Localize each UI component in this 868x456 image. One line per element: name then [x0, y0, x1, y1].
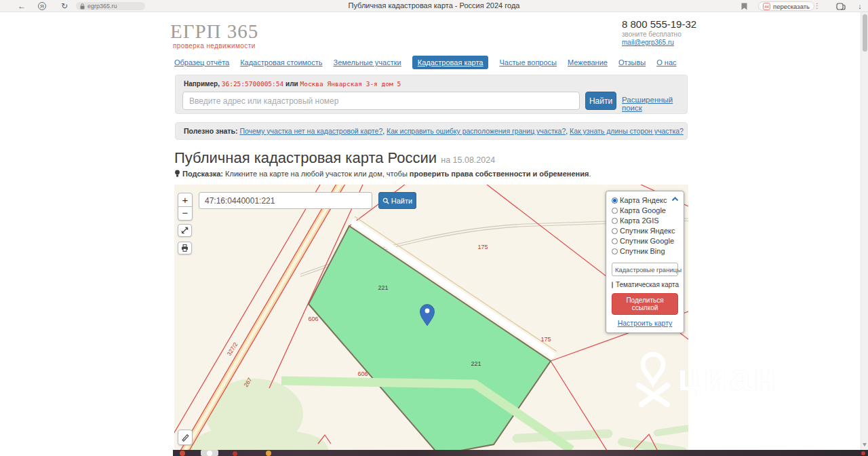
configure-map-link[interactable]: Настроить карту — [612, 319, 678, 327]
taskbar-active-app[interactable] — [201, 450, 218, 456]
search-icon — [382, 197, 389, 204]
boundaries-select-value: Кадастровые границы — [615, 266, 682, 273]
radio-icon — [612, 248, 618, 254]
fullscreen-button[interactable] — [178, 224, 192, 237]
main-navigation: Образец отчёта Кадастровая стоимость Зем… — [174, 56, 690, 69]
collapse-panel-icon[interactable] — [671, 197, 679, 202]
taskbar-strip[interactable] — [173, 450, 868, 456]
nav-item-faq[interactable]: Частые вопросы — [499, 58, 557, 66]
map-find-button[interactable]: Найти — [378, 192, 416, 209]
layer-option-google-satellite[interactable]: Спутник Google — [612, 237, 678, 245]
url-text: egrp365.ru — [87, 2, 117, 10]
lock-icon — [80, 3, 85, 10]
tip-link-side-lengths[interactable]: Как узнать длины сторон участка? — [570, 127, 684, 135]
nav-item-surveying[interactable]: Межевание — [568, 58, 608, 66]
summarize-label: пересказать — [773, 3, 810, 10]
thematic-map-checkbox[interactable]: Тематическая карта — [612, 281, 678, 288]
layer-option-yandex-satellite[interactable]: Спутник Яндекс — [612, 227, 678, 235]
zoom-in-button[interactable]: + — [178, 193, 193, 207]
bulb-icon — [174, 170, 180, 178]
find-button[interactable]: Найти — [585, 92, 616, 110]
map-search-input[interactable] — [199, 192, 372, 209]
radio-icon — [612, 218, 618, 224]
taskbar-icon[interactable] — [180, 451, 185, 456]
yandex-browser-icon[interactable]: Я — [38, 2, 46, 10]
tips-separator: , — [382, 127, 384, 135]
expand-icon — [180, 226, 189, 235]
page-scrollbar[interactable] — [861, 12, 868, 450]
nav-item-cadastral-map-active[interactable]: Кадастровая карта — [412, 56, 489, 69]
cian-watermark-text: циан — [677, 350, 779, 404]
radio-icon — [612, 238, 618, 244]
page-title-date: на 15.08.2024 — [441, 155, 495, 165]
hint-bold-text: проверить права собственности и обремене… — [410, 170, 589, 178]
cadastral-map[interactable]: 221 221 606 606 175 175 327/2 267 + − — [174, 185, 688, 450]
tip-link-fix-boundary[interactable]: Как исправить ошибку расположения границ… — [387, 127, 566, 135]
example-prefix: Например, — [184, 80, 220, 88]
radio-icon — [612, 208, 618, 214]
parcel-number-label: 221 — [471, 360, 481, 367]
page-title: Публичная кадастровая карта России на 15… — [174, 149, 495, 167]
bookmark-icon[interactable] — [741, 3, 747, 10]
hint-label: Подсказка: — [182, 170, 223, 178]
nav-item-cadastral-value[interactable]: Кадастровая стоимость — [240, 58, 322, 66]
radio-icon — [612, 228, 618, 234]
browser-toolbar: ← Я ↻ egrp365.ru Публичная кадастровая к… — [0, 0, 868, 12]
nav-item-about[interactable]: О нас — [656, 58, 676, 66]
example-cadastral-number: 36:25:5700005:54 — [222, 80, 284, 88]
example-or: или — [285, 80, 298, 88]
nav-item-reviews[interactable]: Отзывы — [618, 58, 646, 66]
zoom-out-button[interactable]: − — [178, 206, 193, 221]
print-button[interactable] — [178, 242, 192, 254]
hint-line: Подсказка: Кликните на карте на любой уч… — [174, 170, 591, 178]
boundary-number-label: 606 — [308, 316, 318, 322]
site-logo-subtitle: проверка недвижимости — [173, 42, 256, 50]
example-address: Москва Январская 3-я дом 5 — [300, 80, 401, 88]
tips-prefix: Полезно знать: — [184, 127, 237, 135]
scrollbar-thumb[interactable] — [863, 14, 867, 52]
refresh-icon[interactable]: ↻ — [60, 0, 69, 12]
boundary-number-label: 606 — [357, 370, 368, 377]
boundary-number-label: 175 — [477, 244, 488, 250]
radio-checked-icon — [612, 197, 618, 204]
share-link-button[interactable]: Поделиться ссылкой — [612, 293, 678, 315]
map-find-label: Найти — [391, 197, 412, 205]
search-section: Например, 36:25:5700005:54 или Москва Ян… — [175, 75, 688, 114]
parcel-number-label: 221 — [378, 284, 388, 291]
tips-separator: , — [566, 127, 568, 135]
tip-link-not-on-map[interactable]: Почему участка нет на кадастровой карте? — [239, 127, 382, 135]
boundary-number-label: 175 — [540, 336, 551, 343]
layer-option-2gis-map[interactable]: Карта 2GIS — [612, 216, 678, 225]
back-icon[interactable]: ← — [16, 0, 27, 12]
nav-item-land-parcels[interactable]: Земельные участки — [333, 58, 401, 66]
ruler-icon — [180, 432, 190, 442]
summarize-badge-icon: 44 — [763, 3, 770, 10]
map-layers-panel: Карта Яндекс Карта Google Карта 2GIS Спу… — [606, 191, 684, 333]
layer-option-google-map[interactable]: Карта Google — [612, 206, 678, 214]
phone-number: 8 800 555-19-32 — [622, 18, 696, 30]
tabs-panel-icon[interactable] — [836, 2, 846, 11]
search-input[interactable] — [182, 92, 580, 110]
site-logo[interactable]: ЕГРП 365 — [170, 20, 258, 43]
summarize-button[interactable]: 44 пересказать — [758, 1, 814, 11]
page-title-text: Публичная кадастровая карта России — [174, 149, 437, 166]
layer-option-bing-satellite[interactable]: Спутник Bing — [612, 247, 678, 255]
taskbar-icon[interactable] — [233, 451, 237, 456]
scrollbar-down-arrow[interactable] — [863, 443, 867, 446]
hint-text: Кликните на карте на любой участок или д… — [225, 170, 408, 178]
email-link[interactable]: mail@egrp365.ru — [622, 39, 674, 46]
measure-button[interactable] — [178, 430, 193, 445]
advanced-search-link[interactable]: Расширенный поиск — [622, 96, 687, 112]
useful-links-bar: Полезно знать: Почему участка нет на кад… — [175, 122, 688, 140]
boundaries-select[interactable]: Кадастровые границы — [612, 263, 678, 276]
taskbar-icon[interactable] — [861, 451, 865, 455]
more-options-icon[interactable]: ⋮ — [814, 0, 821, 12]
search-example: Например, 36:25:5700005:54 или Москва Ян… — [184, 80, 401, 88]
address-bar[interactable]: egrp365.ru — [76, 2, 145, 10]
nav-item-report-sample[interactable]: Образец отчёта — [174, 58, 229, 66]
taskbar-icon[interactable] — [266, 451, 271, 456]
download-icon[interactable]: ↓ — [855, 0, 865, 12]
hint-period: . — [589, 170, 591, 178]
checkbox-icon — [612, 282, 613, 288]
layer-option-yandex-map[interactable]: Карта Яндекс — [612, 196, 678, 204]
